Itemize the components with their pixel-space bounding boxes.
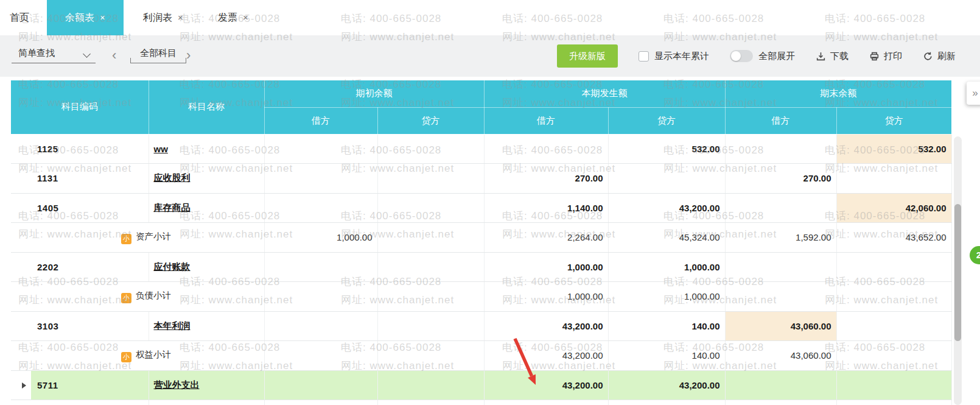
amount-cell xyxy=(484,400,608,405)
amount-cell xyxy=(264,134,377,164)
account-name-cell xyxy=(149,400,264,405)
table-row[interactable]: 2202应付账款1,000.001,000.00 xyxy=(11,252,951,282)
amount-cell xyxy=(836,311,951,341)
table-row[interactable]: 小负债小计1,000.001,000.00 xyxy=(11,282,951,312)
table-wrap: 科目编码 科目名称 期初余额 本期发生额 期末余额 借方 贷方 借方 贷方 借方… xyxy=(11,80,952,405)
amount-cell: 43,200.00 xyxy=(484,370,608,400)
account-code-cell: 5711 xyxy=(31,370,149,400)
printer-icon xyxy=(869,51,880,62)
header-credit: 贷方 xyxy=(377,107,484,134)
amount-cell: 1,000.00 xyxy=(608,252,725,282)
amount-cell xyxy=(725,134,836,164)
print-button[interactable]: 打印 xyxy=(869,51,902,62)
row-gutter-cell xyxy=(11,223,31,253)
table-row[interactable]: 1131应收股利270.00270.00 xyxy=(11,164,951,194)
amount-cell: 532.00 xyxy=(608,134,725,164)
amount-cell xyxy=(608,400,725,405)
amount-cell xyxy=(836,252,951,282)
amount-cell xyxy=(836,164,951,194)
expand-arrow-icon[interactable] xyxy=(22,382,26,389)
row-gutter-cell xyxy=(11,134,31,164)
tab-home[interactable]: 首页 xyxy=(10,0,29,35)
account-name-link[interactable]: 营业外支出 xyxy=(154,379,200,390)
balance-table: 科目编码 科目名称 期初余额 本期发生额 期末余额 借方 贷方 借方 贷方 借方… xyxy=(11,80,952,405)
table-row[interactable]: 3103本年利润43,200.00140.0043,060.00 xyxy=(11,311,951,341)
print-label: 打印 xyxy=(884,51,902,62)
download-button[interactable]: 下载 xyxy=(816,51,849,62)
amount-cell xyxy=(608,164,725,194)
row-gutter-cell xyxy=(11,164,31,194)
amount-cell: 1,000.00 xyxy=(264,223,377,253)
account-name-cell: 库存商品 xyxy=(149,193,264,223)
table-row[interactable]: 1405库存商品1,140.0043,200.0042,060.00 xyxy=(11,193,951,223)
table-row[interactable]: 5711营业外支出43,200.0043,200.00 xyxy=(11,370,951,400)
collapse-panel-button[interactable]: » xyxy=(967,82,980,105)
row-expand-cell[interactable] xyxy=(11,370,31,400)
account-code-cell: 1125 xyxy=(31,134,149,164)
amount-cell: 270.00 xyxy=(725,164,836,194)
next-subject-button[interactable]: › xyxy=(186,49,191,62)
amount-cell xyxy=(725,193,836,223)
download-icon xyxy=(816,51,826,62)
search-mode-label: 简单查找 xyxy=(18,48,55,59)
amount-cell: 1,140.00 xyxy=(484,193,608,223)
table-row[interactable]: 小权益小计43,200.00140.0043,060.00 xyxy=(11,341,951,371)
subtotal-icon: 小 xyxy=(121,352,131,362)
amount-cell: 1,000.00 xyxy=(484,252,608,282)
amount-cell: 1,000.00 xyxy=(484,282,608,312)
notification-badge[interactable]: 2 xyxy=(970,246,980,264)
row-gutter-cell xyxy=(11,341,31,371)
refresh-button[interactable]: 刷新 xyxy=(923,51,956,62)
subtotal-icon: 小 xyxy=(121,234,131,244)
amount-cell xyxy=(484,134,608,164)
table-row[interactable] xyxy=(11,400,951,405)
balance-table-body: 1125ww532.00532.001131应收股利270.00270.0014… xyxy=(11,134,951,405)
amount-cell: 532.00 xyxy=(836,134,951,164)
tab-invoice[interactable]: 发票× xyxy=(218,0,248,35)
amount-cell xyxy=(377,370,484,400)
vertical-scrollbar[interactable] xyxy=(954,136,962,405)
row-gutter-cell xyxy=(11,193,31,223)
amount-cell xyxy=(377,164,484,194)
tab-label: 发票 xyxy=(218,12,237,23)
account-name-link[interactable]: 库存商品 xyxy=(154,202,191,213)
prev-subject-button[interactable]: ‹ xyxy=(112,49,116,62)
show-ytd-checkbox[interactable] xyxy=(639,51,649,62)
expand-all-toggle[interactable] xyxy=(730,50,753,62)
tab-bar: 首页 余额表× 利润表× 发票× xyxy=(0,0,980,35)
table-row[interactable]: 小资产小计1,000.002,264.0045,324.001,592.0043… xyxy=(11,223,951,253)
amount-cell: 43,060.00 xyxy=(725,341,836,371)
subtotal-label-cell: 小负债小计 xyxy=(31,282,264,312)
header-debit: 借方 xyxy=(725,107,836,134)
account-code-cell: 1405 xyxy=(31,193,149,223)
tab-label: 利润表 xyxy=(143,12,172,23)
toolbar-right-group: 升级新版 显示本年累计 全部展开 下载 打印 刷新 xyxy=(557,35,956,77)
amount-cell: 43,652.00 xyxy=(836,223,951,253)
table-row[interactable]: 1125ww532.00532.00 xyxy=(11,134,951,164)
amount-cell: 45,324.00 xyxy=(608,223,725,253)
subtotal-icon: 小 xyxy=(121,293,131,303)
amount-cell: 43,200.00 xyxy=(608,370,725,400)
tab-profit-sheet[interactable]: 利润表× xyxy=(143,0,183,35)
amount-cell xyxy=(725,370,836,400)
header-current-period: 本期发生额 xyxy=(484,80,725,107)
account-name-link[interactable]: 本年利润 xyxy=(154,320,191,331)
row-gutter-cell xyxy=(11,252,31,282)
account-name-link[interactable]: 应收股利 xyxy=(154,172,191,183)
close-icon[interactable]: × xyxy=(178,12,183,23)
amount-cell xyxy=(264,164,377,194)
amount-cell: 43,200.00 xyxy=(608,193,725,223)
upgrade-button[interactable]: 升级新版 xyxy=(557,44,618,68)
tab-balance-sheet[interactable]: 余额表× xyxy=(47,0,124,35)
search-mode-select[interactable]: 简单查找 xyxy=(12,44,96,63)
scrollbar-thumb[interactable] xyxy=(954,204,961,341)
close-icon[interactable]: × xyxy=(243,12,248,23)
account-name-link[interactable]: ww xyxy=(154,144,168,154)
close-icon[interactable]: × xyxy=(100,12,105,23)
subject-scope-control[interactable]: 全部科目 xyxy=(130,45,186,63)
amount-cell xyxy=(725,400,836,405)
tab-label: 首页 xyxy=(10,12,29,23)
subtotal-label-cell: 小资产小计 xyxy=(31,223,264,253)
amount-cell xyxy=(377,193,484,223)
account-name-link[interactable]: 应付账款 xyxy=(154,261,191,272)
